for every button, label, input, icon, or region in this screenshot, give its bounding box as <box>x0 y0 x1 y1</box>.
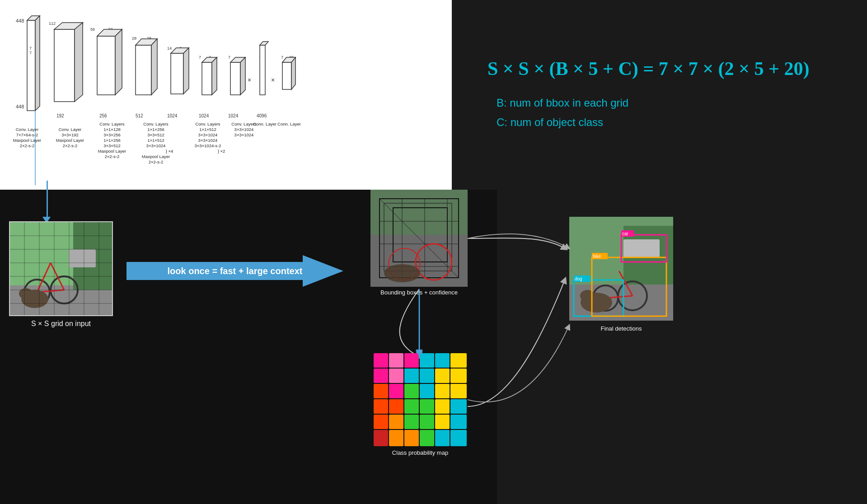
svg-rect-49 <box>230 62 240 95</box>
svg-text:Maxpool Layer: Maxpool Layer <box>98 149 126 154</box>
svg-rect-178 <box>623 239 660 257</box>
class-map-label: Class probability map <box>373 449 468 456</box>
svg-text:1×1×256: 1×1×256 <box>103 138 121 143</box>
input-image <box>9 221 113 316</box>
svg-marker-23 <box>115 29 122 95</box>
svg-rect-147 <box>404 369 419 383</box>
svg-rect-160 <box>420 399 434 414</box>
svg-rect-3 <box>27 20 35 111</box>
svg-text:28: 28 <box>132 36 136 41</box>
final-svg: dog bike car <box>569 217 673 321</box>
svg-text:7: 7 <box>199 55 201 60</box>
svg-text:3×3×512: 3×3×512 <box>147 132 164 137</box>
svg-text:3×3×1024: 3×3×1024 <box>198 138 218 143</box>
svg-text:112: 112 <box>49 21 56 26</box>
svg-marker-51 <box>240 57 245 95</box>
svg-text:7: 7 <box>29 51 32 55</box>
svg-text:512: 512 <box>136 113 143 118</box>
svg-text:Maxpool Layer: Maxpool Layer <box>13 138 41 143</box>
svg-rect-153 <box>404 384 419 398</box>
svg-rect-174 <box>450 430 467 446</box>
svg-point-108 <box>19 288 33 299</box>
svg-rect-171 <box>404 430 419 446</box>
svg-text:Conv. Layers: Conv. Layers <box>195 121 220 126</box>
svg-text:Conn. Layer: Conn. Layer <box>277 121 301 126</box>
svg-text:2×2-s-2: 2×2-s-2 <box>63 143 77 148</box>
svg-rect-145 <box>374 369 388 383</box>
svg-text:448: 448 <box>16 104 24 109</box>
svg-rect-167 <box>435 415 450 429</box>
svg-text:Conv. Layers: Conv. Layers <box>143 121 169 126</box>
svg-text:Maxpool Layer: Maxpool Layer <box>142 154 170 159</box>
svg-rect-157 <box>374 399 388 414</box>
svg-text:2×2-s-2: 2×2-s-2 <box>149 159 163 164</box>
final-detections-image: dog bike car <box>569 217 673 321</box>
svg-text:1×1×256: 1×1×256 <box>147 127 164 132</box>
svg-marker-14 <box>75 23 83 102</box>
final-label: Final detections <box>569 325 673 332</box>
arrow-label: look once = fast + large context <box>168 266 303 276</box>
svg-text:Maxpool Layer: Maxpool Layer <box>56 138 84 143</box>
svg-rect-159 <box>404 399 419 414</box>
svg-text:3×3×1024: 3×3×1024 <box>234 127 254 132</box>
svg-text:1024: 1024 <box>228 113 239 118</box>
svg-text:Conv. Layer: Conv. Layer <box>59 127 82 132</box>
svg-text:3×3×512: 3×3×512 <box>103 143 121 148</box>
svg-rect-168 <box>450 415 467 429</box>
svg-text:1024: 1024 <box>199 113 209 118</box>
svg-text:3×3×1024: 3×3×1024 <box>146 143 166 148</box>
svg-marker-39 <box>183 48 189 94</box>
svg-rect-170 <box>389 430 403 446</box>
svg-rect-101 <box>69 249 96 267</box>
svg-rect-142 <box>420 353 434 368</box>
svg-text:1×1×128: 1×1×128 <box>103 127 121 132</box>
svg-rect-155 <box>435 384 450 398</box>
svg-rect-162 <box>450 399 467 414</box>
svg-rect-156 <box>450 384 467 398</box>
svg-text:3×3×256: 3×3×256 <box>103 132 121 137</box>
svg-text:3×3×1024: 3×3×1024 <box>234 132 254 137</box>
svg-rect-166 <box>420 415 434 429</box>
svg-text:56: 56 <box>90 27 95 32</box>
color-grid-svg <box>373 352 468 447</box>
input-image-svg <box>10 222 113 316</box>
svg-text:256: 256 <box>99 113 107 118</box>
svg-rect-150 <box>450 369 467 383</box>
svg-rect-139 <box>374 353 388 368</box>
svg-rect-158 <box>389 399 403 414</box>
svg-rect-61 <box>282 62 291 89</box>
svg-rect-151 <box>374 384 388 398</box>
svg-rect-140 <box>389 353 403 368</box>
svg-rect-148 <box>420 369 434 383</box>
arrow-container: look once = fast + large context <box>127 255 343 287</box>
svg-rect-12 <box>54 29 75 102</box>
bbox-label: Bounding boxes + confidence <box>370 289 468 296</box>
svg-marker-5 <box>35 16 40 111</box>
svg-rect-169 <box>374 430 388 446</box>
svg-text:×: × <box>271 76 275 84</box>
svg-text:7: 7 <box>228 55 230 60</box>
svg-text:dog: dog <box>575 276 582 281</box>
svg-text:2×2-s-2: 2×2-s-2 <box>105 154 119 159</box>
svg-rect-163 <box>374 415 388 429</box>
svg-rect-141 <box>404 353 419 368</box>
svg-rect-21 <box>97 36 115 95</box>
svg-text:Conv. Layers: Conv. Layers <box>99 121 125 126</box>
svg-text:14: 14 <box>167 46 172 51</box>
svg-rect-29 <box>136 45 151 95</box>
svg-rect-172 <box>420 430 434 446</box>
svg-rect-173 <box>435 430 450 446</box>
vertical-arrow-line <box>47 181 48 219</box>
svg-rect-143 <box>435 353 450 368</box>
main-formula: S × S × (B × 5 + C) = 7 × 7 × (2 × 5 + 2… <box>487 58 840 79</box>
svg-marker-31 <box>151 39 157 95</box>
formula-section: S × S × (B × 5 + C) = 7 × 7 × (2 × 5 + 2… <box>460 0 867 190</box>
svg-rect-164 <box>389 415 403 429</box>
svg-rect-165 <box>404 415 419 429</box>
svg-marker-46 <box>212 57 217 95</box>
svg-text:bike: bike <box>593 254 601 259</box>
svg-marker-63 <box>291 57 295 89</box>
svg-text:448: 448 <box>16 18 24 23</box>
svg-rect-37 <box>171 53 183 94</box>
svg-text:×: × <box>248 76 251 84</box>
